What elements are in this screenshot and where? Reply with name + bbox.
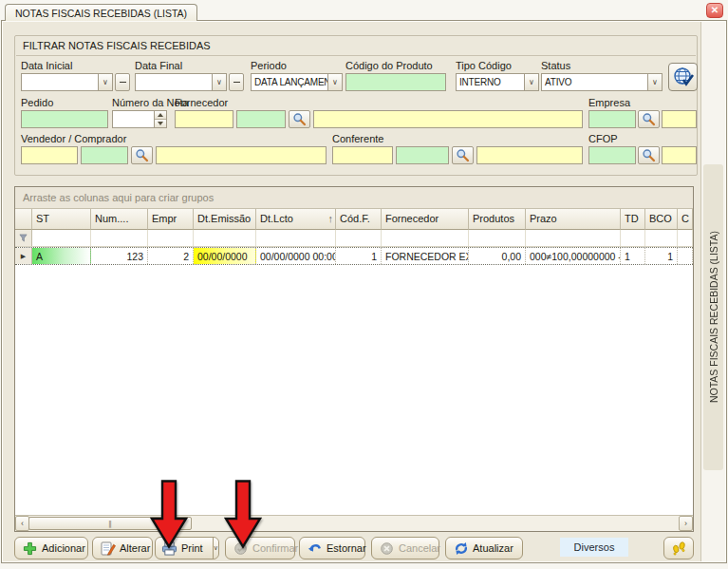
column-header-cod-f[interactable]: Cód.F. (336, 209, 382, 230)
data-final-clear-button[interactable] (229, 73, 244, 91)
column-header-num[interactable]: Num.... (91, 209, 148, 230)
filter-cell[interactable] (678, 230, 693, 246)
spinner-buttons[interactable] (154, 111, 166, 127)
filter-cell[interactable] (336, 230, 382, 246)
data-inicial-value (22, 74, 98, 90)
data-inicial-combo[interactable]: ∨ (21, 73, 113, 91)
conferente-search-button[interactable] (452, 146, 474, 164)
divider (16, 55, 696, 56)
scroll-right-icon: › (684, 519, 687, 528)
column-header-st[interactable]: ST (32, 209, 91, 230)
tipo-codigo-label: Tipo Código (456, 60, 512, 71)
cell-td: 1 (621, 248, 645, 264)
funnel-icon (19, 234, 28, 242)
filter-cell[interactable] (32, 230, 91, 246)
conferente-id-input[interactable] (396, 146, 449, 164)
vendedor-name-input[interactable] (156, 146, 327, 164)
vendedor-code-input[interactable] (21, 146, 78, 164)
tab-notas-fiscais-recebidas[interactable]: NOTAS FISCAIS RECEBIDAS (LISTA) (5, 4, 197, 21)
filter-cell[interactable] (621, 230, 645, 246)
magnifier-icon (642, 148, 656, 162)
conferente-code-input[interactable] (332, 146, 393, 164)
right-tab-strip: NOTAS FISCAIS RECEBIDAS (LISTA) (700, 22, 725, 561)
fornecedor-search-button[interactable] (289, 110, 310, 128)
codigo-produto-input[interactable] (345, 73, 446, 91)
filter-cell[interactable] (256, 230, 336, 246)
cfop-search-button[interactable] (638, 146, 660, 164)
column-header-fornecedor[interactable]: Fornecedor (382, 209, 469, 230)
tab-title: NOTAS FISCAIS RECEBIDAS (LISTA) (15, 8, 187, 19)
data-final-combo[interactable]: ∨ (135, 73, 227, 91)
print-dropdown-button[interactable]: ∨ (213, 538, 218, 559)
empresa-id-input[interactable] (588, 110, 636, 128)
apply-filter-button[interactable] (668, 63, 698, 91)
column-header-dt-lcto[interactable]: Dt.Lcto ↑ (256, 209, 336, 230)
filter-cell[interactable] (645, 230, 678, 246)
column-header-prazo[interactable]: Prazo (526, 209, 621, 230)
column-header-produtos[interactable]: Produtos (469, 209, 526, 230)
undo-arrow-icon (307, 541, 323, 556)
magnifier-icon (135, 148, 149, 162)
vendedor-search-button[interactable] (131, 146, 153, 164)
filter-cell[interactable] (91, 230, 148, 246)
fornecedor-name-input[interactable] (313, 110, 583, 128)
column-header-dt-emissao[interactable]: Dt.Emissão (194, 209, 256, 230)
alterar-button[interactable]: Alterar (92, 537, 153, 560)
column-header-empr[interactable]: Empr (148, 209, 194, 230)
vendedor-comprador-label: Vendedor / Comprador (21, 133, 126, 144)
status-value: ATIVO (542, 74, 647, 90)
close-button[interactable]: ✕ (706, 3, 723, 18)
side-tab-title: NOTAS FISCAIS RECEBIDAS (LISTA) (708, 231, 719, 403)
grid-empty-area (15, 265, 693, 515)
chevron-down-icon[interactable]: ∨ (98, 74, 112, 90)
conferente-name-input[interactable] (476, 146, 583, 164)
column-header-td[interactable]: TD (621, 209, 645, 230)
pedido-label: Pedido (21, 97, 53, 108)
filter-panel-title: FILTRAR NOTAS FISCAIS RECEBIDAS (23, 40, 211, 51)
steps-button[interactable] (663, 537, 694, 560)
spinner-down-icon[interactable] (155, 119, 166, 127)
tipo-codigo-combo[interactable]: INTERNO ∨ (456, 73, 539, 91)
diversos-button[interactable]: Diversos (560, 538, 628, 557)
chevron-down-icon[interactable]: ∨ (212, 74, 226, 90)
fornecedor-id-input[interactable] (236, 110, 286, 128)
atualizar-button[interactable]: Atualizar (445, 537, 523, 560)
chevron-down-icon[interactable]: ∨ (524, 74, 538, 90)
magnifier-icon (292, 112, 307, 126)
spinner-up-icon[interactable] (155, 111, 166, 119)
chevron-down-icon[interactable]: ∨ (327, 74, 342, 90)
column-header-c[interactable]: C (678, 209, 693, 230)
empresa-search-button[interactable] (638, 110, 660, 128)
horizontal-scrollbar[interactable]: ‹ ∥ › (15, 515, 693, 531)
vendedor-id-input[interactable] (81, 146, 128, 164)
cfop-id-input[interactable] (588, 146, 636, 164)
scroll-left-button[interactable]: ‹ (15, 516, 29, 531)
filter-cell[interactable] (526, 230, 621, 246)
grid-filter-row (15, 230, 693, 247)
tipo-codigo-value: INTERNO (457, 74, 524, 90)
adicionar-button[interactable]: Adicionar (14, 537, 88, 560)
filter-cell[interactable] (194, 230, 256, 246)
data-inicial-clear-button[interactable] (115, 73, 130, 91)
group-by-drop-zone[interactable]: Arraste as colunas aqui para criar grupo… (15, 187, 693, 209)
status-combo[interactable]: ATIVO ∨ (541, 73, 663, 91)
cell-c (678, 248, 693, 264)
pedido-input[interactable] (21, 110, 108, 128)
fornecedor-code-input[interactable] (175, 110, 233, 128)
filter-cell[interactable] (382, 230, 469, 246)
numero-nota-stepper[interactable] (112, 110, 167, 128)
cfop-code-input[interactable] (662, 146, 697, 164)
refresh-icon (453, 541, 469, 556)
estornar-button[interactable]: Estornar (299, 537, 365, 560)
empresa-name-input[interactable] (662, 110, 697, 128)
column-header-bco[interactable]: BCO (645, 209, 678, 230)
table-row-selected[interactable]: ▶ A 123 2 00/00/0000 00/00/0000 00:00 1 … (15, 247, 693, 265)
filter-cell[interactable] (148, 230, 194, 246)
close-icon: ✕ (711, 5, 719, 15)
side-tab-notas-fiscais-recebidas[interactable]: NOTAS FISCAIS RECEBIDAS (LISTA) (703, 164, 723, 470)
periodo-combo[interactable]: DATA LANÇAMENTO ∨ (251, 73, 343, 91)
scroll-right-button[interactable]: › (679, 516, 693, 531)
screen: NOTAS FISCAIS RECEBIDAS (LISTA) ✕ FILTRA… (0, 0, 728, 569)
filter-cell[interactable] (469, 230, 526, 246)
chevron-down-icon[interactable]: ∨ (647, 74, 662, 90)
